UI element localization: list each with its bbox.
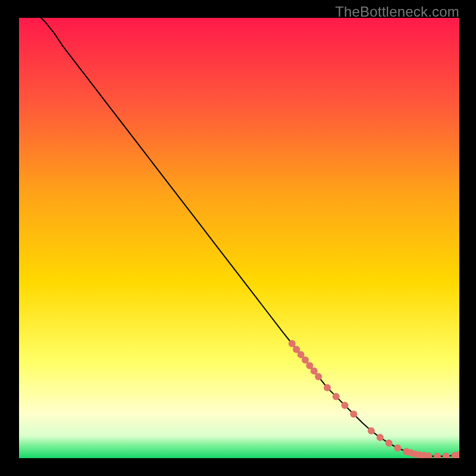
marker-point <box>350 411 357 418</box>
marker-point <box>333 393 340 400</box>
marker-point <box>289 340 296 347</box>
marker-point <box>377 434 384 441</box>
marker-point <box>394 444 401 452</box>
marker-point <box>302 356 309 364</box>
marker-point <box>386 440 393 447</box>
chart-stage: TheBottleneck.com <box>0 0 476 476</box>
marker-point <box>368 427 375 434</box>
gradient-background <box>19 18 459 458</box>
chart-svg <box>19 18 459 458</box>
marker-point <box>342 402 349 409</box>
marker-point <box>311 367 318 374</box>
plot-area <box>19 18 459 458</box>
marker-point <box>324 384 331 392</box>
marker-point <box>315 373 322 380</box>
